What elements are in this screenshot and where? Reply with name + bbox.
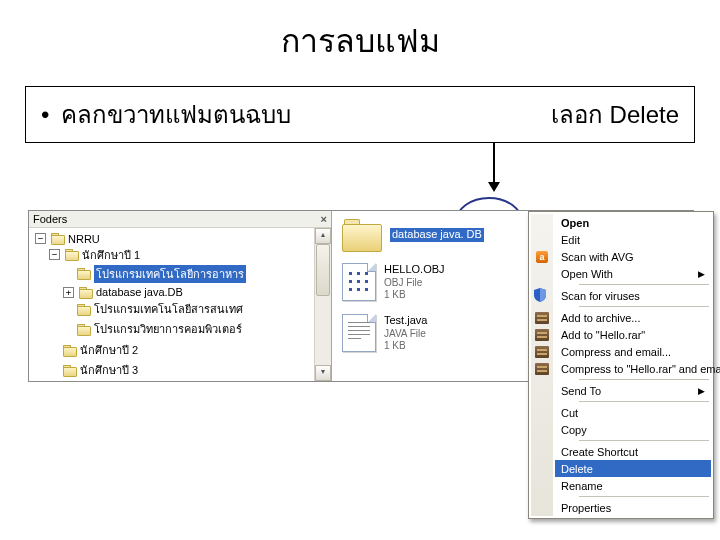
file-name: Test.java [384,314,427,328]
tree-label: database java.DB [96,286,183,298]
folders-header: Foders × [29,211,331,228]
tree-label: โปรแกรมวิทยาการคอมพิวเตอร์ [94,320,242,338]
menu-properties[interactable]: Properties [555,499,711,516]
page-title: การลบแฟม [0,15,720,66]
menu-separator [579,401,709,402]
folders-panel: Foders × ▴ ▾ − NRRU [29,211,332,381]
archive-icon [534,361,550,376]
tree-label: โปรแกรมเทคโนโลยีสารสนเทศ [94,300,243,318]
folder-icon [77,268,91,279]
tree-node-year3[interactable]: นักศึกษาปี 3 [49,361,138,379]
menu-add-archive[interactable]: Add to archive... [555,309,711,326]
folder-icon [77,304,91,315]
folder-icon [65,249,79,260]
menu-compress-hello-email[interactable]: Compress to "Hello.rar" and email [555,360,711,377]
chevron-right-icon: ▶ [698,269,705,279]
file-name: database java. DB [390,228,484,242]
folder-icon [63,365,77,376]
file-size: 1 KB [384,340,427,353]
menu-scan-viruses[interactable]: Scan for viruses [555,287,711,304]
menu-separator [579,306,709,307]
file-type: JAVA File [384,328,427,341]
menu-separator [579,440,709,441]
menu-delete[interactable]: Delete [555,460,711,477]
tree-node-root[interactable]: − NRRU [35,233,100,245]
menu-separator [579,379,709,380]
menu-open-with[interactable]: Open With ▶ [555,265,711,282]
menu-create-shortcut[interactable]: Create Shortcut [555,443,711,460]
tree-node-year2[interactable]: นักศึกษาปี 2 [49,341,138,359]
tree-node-year1[interactable]: − นักศึกษาปี 1 [49,246,140,264]
file-type: OBJ File [384,277,445,290]
collapse-icon[interactable]: − [35,233,46,244]
instruction-left: คลกขวาทแฟมตนฉบบ [61,95,291,134]
scrollbar[interactable]: ▴ ▾ [314,228,331,381]
folder-icon [63,345,77,356]
menu-add-hello[interactable]: Add to "Hello.rar" [555,326,711,343]
shield-icon [534,288,546,302]
folder-icon [79,287,93,298]
archive-icon [534,344,550,359]
tree-label: นักศึกษาปี 1 [82,246,140,264]
menu-separator [579,496,709,497]
file-name: HELLO.OBJ [384,263,445,277]
tree-label: NRRU [68,233,100,245]
chevron-right-icon: ▶ [698,386,705,396]
folder-icon [77,324,91,335]
menu-separator [579,284,709,285]
menu-send-to[interactable]: Send To ▶ [555,382,711,399]
menu-cut[interactable]: Cut [555,404,711,421]
close-icon[interactable]: × [321,213,327,225]
scroll-up-icon[interactable]: ▴ [315,228,331,244]
collapse-icon[interactable]: − [49,249,60,260]
menu-open[interactable]: Open [555,214,711,231]
obj-file-icon [342,263,376,301]
tree-label: นักศึกษาปี 2 [80,341,138,359]
text-file-icon [342,314,376,352]
menu-copy[interactable]: Copy [555,421,711,438]
menu-rename[interactable]: Rename [555,477,711,494]
archive-icon [534,327,550,342]
scroll-thumb[interactable] [316,244,330,296]
scroll-down-icon[interactable]: ▾ [315,365,331,381]
archive-icon [534,310,550,325]
tree-node-sub4[interactable]: โปรแกรมวิทยาการคอมพิวเตอร์ [63,320,242,338]
menu-scan-avg[interactable]: Scan with AVG [555,248,711,265]
expand-icon[interactable]: + [63,287,74,298]
folders-title: Foders [33,213,67,225]
tree-label-selected: โปรแกรมเทคโนโลยีการอาหาร [94,265,246,283]
menu-compress-email[interactable]: Compress and email... [555,343,711,360]
tree-node-sub2[interactable]: + database java.DB [63,286,183,298]
avg-icon [534,249,550,264]
folder-large-icon [342,219,382,251]
instruction-box: • คลกขวาทแฟมตนฉบบ เลอก Delete [25,86,695,143]
context-menu: Open Edit Scan with AVG Open With ▶ Scan… [528,211,714,519]
folder-icon [51,233,65,244]
menu-edit[interactable]: Edit [555,231,711,248]
tree-node-sub1[interactable]: โปรแกรมเทคโนโลยีการอาหาร [63,265,246,283]
tree-label: นักศึกษาปี 3 [80,361,138,379]
bullet-icon: • [41,101,49,129]
arrow-annotation [488,142,500,192]
folder-tree[interactable]: − NRRU − นักศึกษาปี 1 [33,230,331,381]
file-size: 1 KB [384,289,445,302]
tree-node-sub3[interactable]: โปรแกรมเทคโนโลยีสารสนเทศ [63,300,243,318]
instruction-right: เลอก Delete [551,95,679,134]
